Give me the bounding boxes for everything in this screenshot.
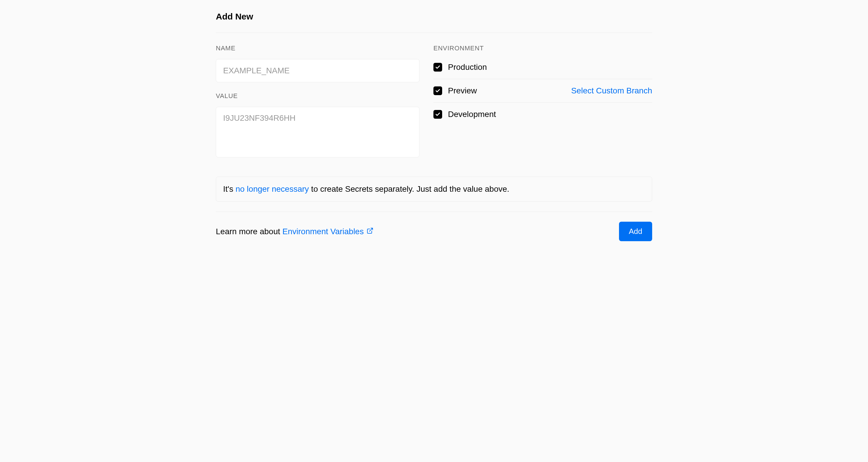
footer-prefix: Learn more about <box>216 227 282 236</box>
select-custom-branch-link[interactable]: Select Custom Branch <box>571 86 652 95</box>
name-field-group: NAME <box>216 44 420 82</box>
name-label: NAME <box>216 44 420 52</box>
env-option[interactable]: Development <box>433 110 496 119</box>
page-title: Add New <box>216 12 652 22</box>
name-input[interactable] <box>216 59 420 82</box>
footer-text: Learn more about Environment Variables <box>216 227 373 236</box>
value-field-group: VALUE <box>216 92 420 159</box>
checkbox-checked-icon[interactable] <box>433 63 442 71</box>
env-row-development: Development <box>433 103 652 126</box>
checkbox-checked-icon[interactable] <box>433 110 442 119</box>
footer-link-text: Environment Variables <box>282 227 364 236</box>
environment-variables-link[interactable]: Environment Variables <box>282 227 374 236</box>
env-label: Production <box>448 63 487 72</box>
env-label: Preview <box>448 86 477 95</box>
right-column: ENVIRONMENT Production P <box>433 44 652 168</box>
left-column: NAME VALUE <box>216 44 420 168</box>
info-suffix: to create Secrets separately. Just add t… <box>309 184 509 193</box>
env-option[interactable]: Production <box>433 63 487 72</box>
add-button[interactable]: Add <box>619 222 652 241</box>
checkbox-checked-icon[interactable] <box>433 86 442 95</box>
env-label: Development <box>448 110 496 119</box>
info-link[interactable]: no longer necessary <box>236 184 309 193</box>
env-row-preview: Preview Select Custom Branch <box>433 79 652 103</box>
value-label: VALUE <box>216 92 420 100</box>
add-env-var-panel: Add New NAME VALUE ENVIRONMENT <box>216 12 652 241</box>
svg-line-0 <box>369 228 373 231</box>
environment-label: ENVIRONMENT <box>433 44 652 52</box>
footer-row: Learn more about Environment Variables A… <box>216 212 652 241</box>
env-row-production: Production <box>433 59 652 79</box>
env-option[interactable]: Preview <box>433 86 477 95</box>
environment-list: Production Preview Select Custom Branch <box>433 59 652 126</box>
form-row: NAME VALUE ENVIRONMENT Production <box>216 33 652 177</box>
info-prefix: It's <box>223 184 236 193</box>
external-link-icon <box>367 227 373 236</box>
value-input[interactable] <box>216 107 420 157</box>
info-box: It's no longer necessary to create Secre… <box>216 177 652 202</box>
